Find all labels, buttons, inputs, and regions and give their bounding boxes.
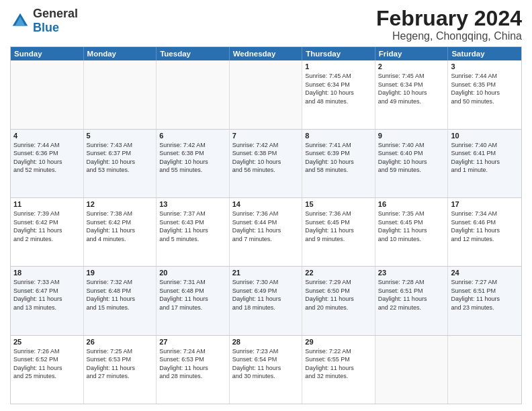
day-info: Sunrise: 7:23 AMSunset: 6:54 PMDaylight:… [232, 347, 300, 381]
logo-blue: Blue [33, 21, 59, 34]
calendar-cell: 11Sunrise: 7:39 AMSunset: 6:42 PMDayligh… [11, 198, 84, 266]
calendar-cell: 24Sunrise: 7:27 AMSunset: 6:51 PMDayligh… [448, 267, 521, 334]
logo-icon [10, 11, 30, 31]
day-info: Sunrise: 7:44 AMSunset: 6:36 PMDaylight:… [13, 141, 81, 175]
calendar-cell: 19Sunrise: 7:32 AMSunset: 6:48 PMDayligh… [84, 267, 157, 334]
weekday-header-wednesday: Wednesday [230, 47, 303, 60]
day-info: Sunrise: 7:40 AMSunset: 6:41 PMDaylight:… [451, 141, 519, 175]
day-info: Sunrise: 7:36 AMSunset: 6:45 PMDaylight:… [305, 210, 372, 243]
day-number: 20 [159, 269, 226, 277]
day-info: Sunrise: 7:45 AMSunset: 6:34 PMDaylight:… [378, 72, 445, 105]
day-info: Sunrise: 7:39 AMSunset: 6:42 PMDaylight:… [13, 210, 81, 243]
calendar-cell: 27Sunrise: 7:24 AMSunset: 6:53 PMDayligh… [157, 336, 230, 404]
calendar-cell: 10Sunrise: 7:40 AMSunset: 6:41 PMDayligh… [448, 130, 521, 197]
day-info: Sunrise: 7:25 AMSunset: 6:53 PMDaylight:… [87, 347, 154, 381]
weekday-header-friday: Friday [375, 47, 449, 60]
day-info: Sunrise: 7:32 AMSunset: 6:48 PMDaylight:… [87, 278, 154, 312]
header: General Blue February 2024 Hegeng, Chong… [10, 7, 522, 42]
calendar-cell [230, 60, 303, 128]
weekday-header-thursday: Thursday [302, 47, 375, 60]
day-number: 4 [13, 132, 81, 140]
day-number: 14 [232, 200, 300, 208]
calendar-cell: 23Sunrise: 7:28 AMSunset: 6:51 PMDayligh… [375, 267, 449, 334]
day-info: Sunrise: 7:40 AMSunset: 6:40 PMDaylight:… [378, 141, 445, 175]
calendar-cell: 9Sunrise: 7:40 AMSunset: 6:40 PMDaylight… [375, 130, 449, 197]
calendar-cell: 14Sunrise: 7:36 AMSunset: 6:44 PMDayligh… [230, 198, 303, 266]
day-info: Sunrise: 7:33 AMSunset: 6:47 PMDaylight:… [13, 278, 81, 312]
calendar-cell [11, 60, 84, 128]
logo: General Blue [10, 7, 78, 35]
calendar-cell: 4Sunrise: 7:44 AMSunset: 6:36 PMDaylight… [11, 130, 84, 197]
day-number: 18 [13, 269, 81, 277]
day-number: 11 [13, 200, 81, 208]
day-info: Sunrise: 7:45 AMSunset: 6:34 PMDaylight:… [305, 72, 372, 105]
day-info: Sunrise: 7:22 AMSunset: 6:55 PMDaylight:… [305, 347, 372, 381]
main-title: February 2024 [376, 7, 522, 30]
calendar-week-5: 25Sunrise: 7:26 AMSunset: 6:52 PMDayligh… [11, 335, 521, 404]
day-number: 27 [159, 338, 226, 346]
day-number: 1 [305, 62, 372, 71]
day-info: Sunrise: 7:44 AMSunset: 6:35 PMDaylight:… [451, 72, 519, 105]
day-number: 13 [159, 200, 226, 208]
title-block: February 2024 Hegeng, Chongqing, China [376, 7, 522, 42]
calendar-cell: 22Sunrise: 7:29 AMSunset: 6:50 PMDayligh… [302, 267, 375, 334]
day-number: 24 [451, 269, 519, 277]
calendar-week-1: 1Sunrise: 7:45 AMSunset: 6:34 PMDaylight… [11, 60, 521, 128]
calendar-cell [375, 336, 449, 404]
day-info: Sunrise: 7:37 AMSunset: 6:43 PMDaylight:… [159, 210, 226, 243]
calendar-cell: 20Sunrise: 7:31 AMSunset: 6:48 PMDayligh… [157, 267, 230, 334]
day-number: 26 [87, 338, 154, 346]
day-number: 10 [451, 132, 519, 140]
calendar-cell: 13Sunrise: 7:37 AMSunset: 6:43 PMDayligh… [157, 198, 230, 266]
day-info: Sunrise: 7:28 AMSunset: 6:51 PMDaylight:… [378, 278, 445, 312]
calendar-cell: 16Sunrise: 7:35 AMSunset: 6:45 PMDayligh… [375, 198, 449, 266]
calendar-cell: 29Sunrise: 7:22 AMSunset: 6:55 PMDayligh… [302, 336, 375, 404]
day-number: 19 [87, 269, 154, 277]
calendar-cell [448, 336, 521, 404]
calendar-cell: 1Sunrise: 7:45 AMSunset: 6:34 PMDaylight… [302, 60, 375, 128]
calendar-body: 1Sunrise: 7:45 AMSunset: 6:34 PMDaylight… [11, 60, 521, 404]
calendar-cell: 6Sunrise: 7:42 AMSunset: 6:38 PMDaylight… [157, 130, 230, 197]
day-number: 5 [87, 132, 154, 140]
calendar-week-2: 4Sunrise: 7:44 AMSunset: 6:36 PMDaylight… [11, 129, 521, 197]
day-info: Sunrise: 7:36 AMSunset: 6:44 PMDaylight:… [232, 210, 300, 243]
day-info: Sunrise: 7:24 AMSunset: 6:53 PMDaylight:… [159, 347, 226, 381]
weekday-header-saturday: Saturday [448, 47, 521, 60]
day-number: 3 [451, 62, 519, 71]
day-info: Sunrise: 7:42 AMSunset: 6:38 PMDaylight:… [232, 141, 300, 175]
logo-general: General [33, 7, 78, 20]
calendar-cell: 7Sunrise: 7:42 AMSunset: 6:38 PMDaylight… [230, 130, 303, 197]
calendar-week-3: 11Sunrise: 7:39 AMSunset: 6:42 PMDayligh… [11, 197, 521, 266]
day-number: 21 [232, 269, 300, 277]
calendar-header: SundayMondayTuesdayWednesdayThursdayFrid… [11, 47, 521, 60]
calendar-cell: 12Sunrise: 7:38 AMSunset: 6:42 PMDayligh… [84, 198, 157, 266]
calendar-cell: 17Sunrise: 7:34 AMSunset: 6:46 PMDayligh… [448, 198, 521, 266]
logo-text: General Blue [33, 7, 78, 35]
subtitle: Hegeng, Chongqing, China [376, 30, 522, 42]
day-info: Sunrise: 7:41 AMSunset: 6:39 PMDaylight:… [305, 141, 372, 175]
day-info: Sunrise: 7:27 AMSunset: 6:51 PMDaylight:… [451, 278, 519, 312]
day-info: Sunrise: 7:31 AMSunset: 6:48 PMDaylight:… [159, 278, 226, 312]
calendar-week-4: 18Sunrise: 7:33 AMSunset: 6:47 PMDayligh… [11, 266, 521, 334]
day-number: 15 [305, 200, 372, 208]
calendar-cell: 25Sunrise: 7:26 AMSunset: 6:52 PMDayligh… [11, 336, 84, 404]
weekday-header-monday: Monday [84, 47, 157, 60]
day-info: Sunrise: 7:43 AMSunset: 6:37 PMDaylight:… [87, 141, 154, 175]
calendar-cell: 2Sunrise: 7:45 AMSunset: 6:34 PMDaylight… [375, 60, 449, 128]
day-number: 23 [378, 269, 445, 277]
calendar-cell: 8Sunrise: 7:41 AMSunset: 6:39 PMDaylight… [302, 130, 375, 197]
day-info: Sunrise: 7:34 AMSunset: 6:46 PMDaylight:… [451, 210, 519, 243]
calendar-cell [84, 60, 157, 128]
day-info: Sunrise: 7:42 AMSunset: 6:38 PMDaylight:… [159, 141, 226, 175]
day-info: Sunrise: 7:26 AMSunset: 6:52 PMDaylight:… [13, 347, 81, 381]
day-number: 25 [13, 338, 81, 346]
calendar: SundayMondayTuesdayWednesdayThursdayFrid… [10, 46, 522, 404]
day-info: Sunrise: 7:38 AMSunset: 6:42 PMDaylight:… [87, 210, 154, 243]
weekday-header-tuesday: Tuesday [157, 47, 230, 60]
day-info: Sunrise: 7:35 AMSunset: 6:45 PMDaylight:… [378, 210, 445, 243]
calendar-cell: 28Sunrise: 7:23 AMSunset: 6:54 PMDayligh… [230, 336, 303, 404]
calendar-cell: 3Sunrise: 7:44 AMSunset: 6:35 PMDaylight… [448, 60, 521, 128]
calendar-cell: 21Sunrise: 7:30 AMSunset: 6:49 PMDayligh… [230, 267, 303, 334]
day-number: 17 [451, 200, 519, 208]
day-number: 7 [232, 132, 300, 140]
